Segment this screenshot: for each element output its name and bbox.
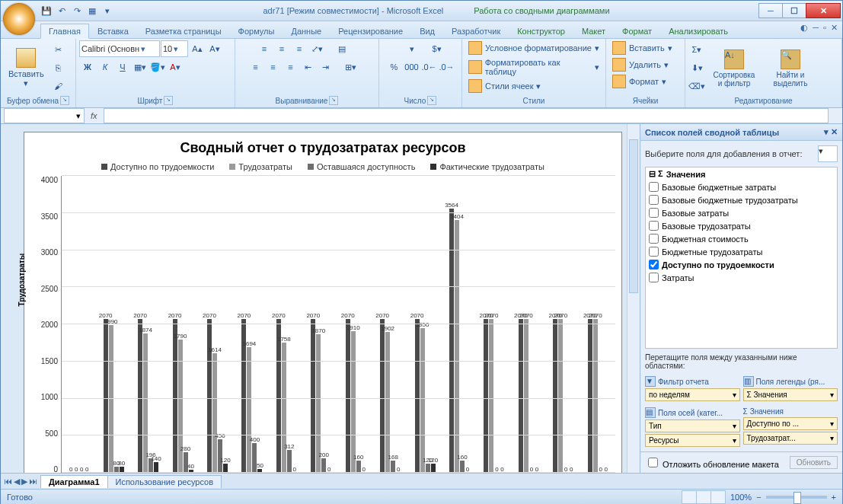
chart-bar[interactable]: 2070 [593,319,598,473]
minimize-button[interactable]: ─ [758,3,783,18]
tab-insert[interactable]: Вставка [89,24,137,38]
comma-button[interactable]: 000 [404,59,420,75]
qat-more-icon[interactable]: ▾ [101,5,113,17]
values-area-value-1[interactable]: Трудозатрат...▾ [743,432,838,445]
orientation-button[interactable]: ⤢▾ [308,40,325,57]
axis-area-value-0[interactable]: Тип▾ [645,419,740,432]
tab-formulas[interactable]: Формулы [230,24,283,38]
chart-bar[interactable]: 1990 [109,325,113,473]
align-left-button[interactable]: ≡ [247,59,264,75]
tab-format[interactable]: Формат [614,24,660,38]
tab-developer[interactable]: Разработчик [443,24,509,38]
align-middle-button[interactable]: ≡ [273,40,290,57]
help-icon[interactable]: ◐ [800,23,808,33]
field-item[interactable]: Бюджетная стоимость [646,232,837,245]
field-item[interactable]: Базовые бюджетные затраты [646,180,837,193]
task-pane-close-icon[interactable]: ✕ [831,127,838,136]
decrease-decimal-button[interactable]: .0→ [439,59,455,75]
chart-bar[interactable]: 2070 [558,319,563,473]
field-item[interactable]: Доступно по трудоемкости [646,258,837,271]
merge-center-button[interactable]: ⊞▾ [335,59,367,75]
chart-sheet[interactable]: Сводный отчет о трудозатратах ресурсов Д… [24,132,622,473]
percent-button[interactable]: % [386,59,403,75]
decrease-indent-button[interactable]: ⇤ [300,59,317,75]
bold-button[interactable]: Ж [79,59,96,75]
close-workbook-icon[interactable]: ✕ [831,23,838,33]
font-color-button[interactable]: A▾ [167,59,184,75]
axis-area-value-1[interactable]: Ресурсы▾ [645,434,740,447]
paste-button[interactable]: Вставить ▾ [4,46,49,90]
chart-bar[interactable]: 1910 [351,331,356,473]
formula-input[interactable] [104,108,829,123]
chart-bar[interactable]: 1950 [420,328,425,473]
clear-button[interactable]: ⌫▾ [688,78,705,95]
insert-cells-button[interactable]: Вставить▾ [609,40,675,56]
underline-button[interactable]: Ч [114,59,131,75]
font-size-combo[interactable]: 10▾ [161,40,188,57]
tab-design[interactable]: Конструктор [509,24,573,38]
chart-bar[interactable]: 2070 [415,319,420,473]
autosum-button[interactable]: Σ▾ [688,42,705,59]
clipboard-launcher[interactable]: ↘ [60,96,69,105]
field-item[interactable]: Затраты [646,271,837,284]
chart-bar[interactable]: 1758 [282,343,286,473]
field-item[interactable]: Бюджетные трудозатраты [646,245,837,258]
zoom-slider[interactable] [766,496,827,499]
field-item[interactable]: Базовые затраты [646,206,837,219]
maximize-button[interactable]: ☐ [782,3,806,18]
tab-review[interactable]: Рецензирование [330,24,411,38]
minimize-ribbon-icon[interactable]: ─ [813,23,819,33]
chart-bar[interactable]: 160 [460,461,465,473]
field-list[interactable]: ⊟ Σ Значения Базовые бюджетные затраты Б… [645,167,838,349]
format-cells-button[interactable]: Формат▾ [609,74,669,89]
delete-cells-button[interactable]: Удалить▾ [609,57,672,72]
chart-bar[interactable]: 1614 [212,353,217,473]
border-button[interactable]: ▦▾ [132,59,148,75]
axis-fields-area[interactable]: ▤Поля осей (катег... Тип▾ Ресурсы▾ [645,406,740,448]
wrap-text-button[interactable]: ▤ [326,40,358,57]
tab-home[interactable]: Главная [40,24,89,39]
chart-bar[interactable]: 168 [391,461,395,473]
save-icon[interactable]: 💾 [40,5,53,17]
copy-button[interactable]: ⎘ [50,59,67,76]
chart-bar[interactable]: 2070 [311,319,315,473]
print-preview-icon[interactable]: ▦ [86,5,98,17]
field-item[interactable]: Базовые бюджетные трудозатраты [646,193,837,206]
prev-sheet-icon[interactable]: ◀ [14,477,20,486]
update-button[interactable]: Обновить [790,456,838,469]
zoom-level[interactable]: 100% [730,493,752,502]
sheet-tab-active[interactable]: Диаграмма1 [40,475,108,488]
find-select-button[interactable]: 🔍 Найти и выделить [763,48,818,89]
chart-bar[interactable]: 2070 [346,319,350,473]
grow-font-button[interactable]: A▴ [189,40,206,57]
filter-area-value[interactable]: по неделям▾ [645,388,740,401]
chart-bar[interactable]: 200 [321,458,326,474]
defer-update-checkbox[interactable]: Отложить обновление макета [645,455,779,470]
chart-bar[interactable]: 3564 [449,209,454,473]
redo-icon[interactable]: ↷ [71,5,83,17]
chart-bar[interactable]: 160 [356,461,361,473]
alignment-launcher[interactable]: ↘ [329,96,338,105]
format-as-table-button[interactable]: Форматировать как таблицу▾ [465,57,602,77]
align-bottom-button[interactable]: ≡ [291,40,308,57]
chart-bar[interactable]: 2070 [173,319,177,473]
undo-icon[interactable]: ↶ [56,5,68,17]
tab-layout[interactable]: Макет [573,24,614,38]
align-center-button[interactable]: ≡ [265,59,282,75]
restore-window-icon[interactable]: ▫ [823,23,826,33]
chart-bar[interactable]: 2070 [489,319,493,473]
task-pane-dropdown-icon[interactable]: ▾ [824,127,829,136]
close-button[interactable]: ✕ [806,3,841,18]
chart-bar[interactable]: 2070 [207,319,212,473]
number-format-combo[interactable]: ▾ [396,40,428,57]
tab-page-layout[interactable]: Разметка страницы [137,24,230,38]
values-area[interactable]: Σ Значения Доступно по ...▾ Трудозатрат.… [743,406,838,448]
cell-styles-button[interactable]: Стили ячеек▾ [465,78,544,94]
fill-color-button[interactable]: 🪣▾ [149,59,166,75]
chart-bar[interactable]: 2070 [553,319,557,473]
zoom-in-button[interactable]: + [832,493,836,502]
fill-button[interactable]: ⬇▾ [688,60,705,77]
align-right-button[interactable]: ≡ [283,59,299,75]
chart-bar[interactable]: 2070 [524,319,528,473]
chart-bar[interactable]: 2070 [138,319,142,473]
